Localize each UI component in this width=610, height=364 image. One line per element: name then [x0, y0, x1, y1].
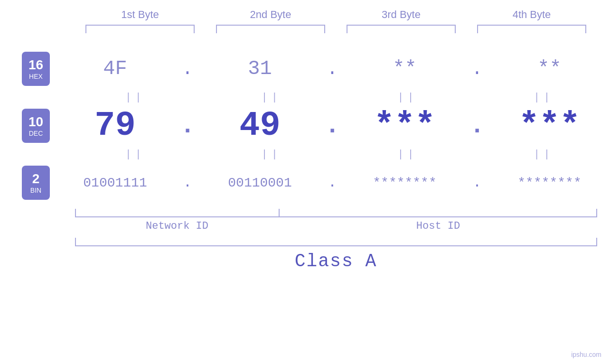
top-brackets — [75, 25, 597, 33]
hex-values: 4F . 31 . ** . ** — [55, 57, 610, 80]
bottom-section: Network ID Host ID Class A — [75, 209, 597, 271]
bin-row: 2 BIN 01001111 . 00110001 . ******** . *… — [0, 161, 610, 204]
dec-values: 79 . 49 . *** . *** — [55, 106, 610, 145]
hex-badge-name: HEX — [29, 73, 43, 80]
hex-byte3: ** — [344, 57, 465, 80]
bin-dot3: . — [465, 175, 489, 191]
host-id-label: Host ID — [280, 220, 597, 232]
hex-badge-num: 16 — [28, 57, 43, 73]
byte3-header: 3rd Byte — [347, 9, 456, 21]
bin-byte2: 00110001 — [199, 176, 320, 190]
sep5: || — [78, 149, 192, 160]
watermark: ipshu.com — [571, 351, 601, 358]
network-bracket — [75, 209, 280, 217]
rows-wrapper: 16 HEX 4F . 31 . ** . ** || || || || — [0, 47, 610, 204]
class-bracket — [75, 238, 597, 246]
hex-dot1: . — [176, 59, 199, 79]
sep7: || — [351, 149, 465, 160]
hex-dot3: . — [465, 59, 489, 79]
bracket-byte3 — [347, 25, 456, 33]
dec-row: 10 DEC 79 . 49 . *** . *** — [0, 104, 610, 147]
hex-byte2: 31 — [199, 57, 320, 80]
byte2-header: 2nd Byte — [216, 9, 325, 21]
sep1: || — [78, 92, 192, 103]
sep-dec-bin: || || || || — [78, 147, 601, 161]
dec-badge-name: DEC — [29, 130, 43, 137]
dec-badge-num: 10 — [28, 114, 43, 130]
sep2: || — [215, 92, 328, 103]
bin-values: 01001111 . 00110001 . ******** . *******… — [55, 175, 610, 191]
bin-byte3: ******** — [344, 176, 465, 190]
host-bracket — [279, 209, 597, 217]
sep-hex-dec: || || || || — [78, 90, 601, 104]
bottom-labels: Network ID Host ID — [75, 220, 597, 232]
bin-byte1: 01001111 — [55, 176, 176, 190]
sep3: || — [351, 92, 465, 103]
hex-byte4: ** — [489, 57, 610, 80]
hex-byte1: 4F — [55, 57, 176, 80]
byte-headers: 1st Byte 2nd Byte 3rd Byte 4th Byte — [75, 9, 597, 21]
dec-dot2: . — [320, 112, 344, 140]
bracket-byte4 — [477, 25, 586, 33]
bracket-byte2 — [216, 25, 325, 33]
bracket-byte1 — [85, 25, 195, 33]
bottom-brackets — [75, 209, 597, 217]
bin-dot1: . — [176, 175, 199, 191]
main-container: 1st Byte 2nd Byte 3rd Byte 4th Byte 16 H… — [0, 0, 610, 364]
sep6: || — [215, 149, 328, 160]
class-label: Class A — [75, 251, 597, 271]
bin-badge-name: BIN — [30, 187, 41, 194]
dec-byte1: 79 — [55, 106, 176, 145]
hex-row: 16 HEX 4F . 31 . ** . ** — [0, 47, 610, 90]
sep4: || — [487, 92, 601, 103]
hex-dot2: . — [320, 59, 344, 79]
dec-dot3: . — [465, 112, 489, 140]
bin-badge: 2 BIN — [22, 166, 50, 200]
dec-byte3: *** — [344, 106, 465, 145]
network-id-label: Network ID — [75, 220, 280, 232]
dec-dot1: . — [176, 112, 199, 140]
bin-badge-num: 2 — [32, 171, 40, 187]
sep8: || — [487, 149, 601, 160]
bin-dot2: . — [320, 175, 344, 191]
byte4-header: 4th Byte — [477, 9, 586, 21]
byte1-header: 1st Byte — [85, 9, 195, 21]
hex-badge: 16 HEX — [22, 52, 50, 86]
dec-byte2: 49 — [199, 106, 320, 145]
bin-byte4: ******** — [489, 176, 610, 190]
dec-byte4: *** — [489, 106, 610, 145]
dec-badge: 10 DEC — [22, 109, 50, 143]
